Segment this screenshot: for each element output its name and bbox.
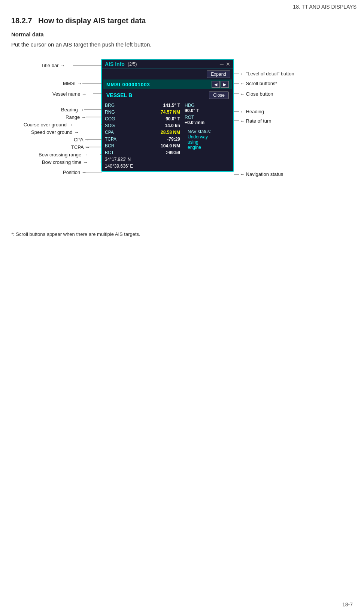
footnote: *: Scroll buttons appear when there are … [0, 228, 364, 241]
annotation-lines [0, 55, 364, 228]
sub-heading: Normal data [0, 27, 364, 40]
page-header: 18. TT AND AIS DISPLAYS [0, 0, 364, 10]
page-number: 18-7 [342, 602, 353, 608]
sub-heading-text: Normal data [11, 31, 44, 38]
footnote-text: *: Scroll buttons appear when there are … [11, 231, 140, 237]
diagram-area: AIS Info (2/5) ─ ✕ Expand MMSI 000001003… [0, 55, 364, 228]
section-number: 18.2.7 [11, 16, 32, 25]
section-heading: 18.2.7 How to display AIS target data [0, 10, 364, 27]
page-number-text: 18-7 [342, 602, 353, 608]
page-header-text: 18. TT AND AIS DISPLAYS [293, 4, 357, 10]
intro-text: Put the cursor on an AIS target then pus… [0, 40, 364, 55]
section-title: How to display AIS target data [38, 16, 146, 25]
